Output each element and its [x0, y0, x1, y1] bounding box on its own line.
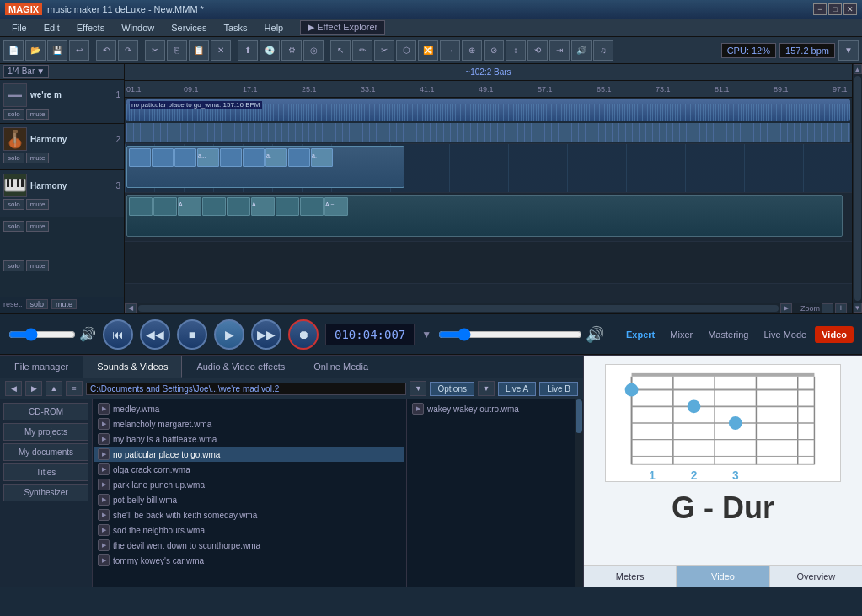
- save-button[interactable]: 💾: [47, 40, 67, 61]
- file-item-wakey[interactable]: ▶ wakey wakey outro.wma: [409, 401, 573, 416]
- global-mute-button[interactable]: mute: [51, 299, 77, 309]
- tool9[interactable]: ↕: [506, 40, 526, 61]
- menu-tasks[interactable]: Tasks: [215, 21, 255, 35]
- file-item-nopaticular[interactable]: ▶ no paticular place to go.wma: [94, 447, 404, 462]
- mixer-button[interactable]: Mixer: [663, 326, 699, 343]
- file-item-pot[interactable]: ▶ pot belly bill.wma: [94, 492, 404, 507]
- video-button[interactable]: Video: [677, 566, 769, 587]
- minimize-button[interactable]: −: [813, 3, 827, 15]
- track-2-solo[interactable]: solo: [3, 153, 24, 163]
- file-item-devil[interactable]: ▶ the devil went down to scunthorpe.wma: [94, 538, 404, 553]
- synthesizer-button[interactable]: Synthesizer: [3, 484, 88, 501]
- zoom-out-button[interactable]: −: [822, 303, 833, 313]
- file-item-olga[interactable]: ▶ olga crack corn.wma: [94, 462, 404, 477]
- tab-file-manager[interactable]: File manager: [0, 356, 83, 378]
- file-scroll-thumb[interactable]: [576, 399, 582, 433]
- file-item-melancholy[interactable]: ▶ melancholy margaret.wma: [94, 416, 404, 431]
- expert-mode-button[interactable]: Expert: [619, 326, 661, 343]
- rewind-button[interactable]: ⏮: [103, 319, 133, 350]
- file-item-park[interactable]: ▶ park lane punch up.wma: [94, 477, 404, 492]
- open-button[interactable]: 📂: [25, 40, 46, 61]
- paste-button[interactable]: 📋: [189, 40, 209, 61]
- track-1-mute[interactable]: mute: [26, 109, 50, 120]
- options-button[interactable]: Options: [430, 382, 474, 396]
- menu-edit[interactable]: Edit: [35, 21, 68, 35]
- burn-button[interactable]: 💿: [260, 40, 280, 61]
- track-4-mute[interactable]: mute: [26, 221, 50, 232]
- menu-effects[interactable]: Effects: [68, 21, 113, 35]
- restore-button[interactable]: □: [828, 3, 842, 15]
- track-3-mute[interactable]: mute: [26, 199, 50, 210]
- bpm-down-button[interactable]: ▼: [838, 40, 859, 61]
- file-item-medley[interactable]: ▶ medley.wma: [94, 401, 404, 416]
- tool7[interactable]: ⊕: [462, 40, 482, 61]
- next-button[interactable]: ▶▶: [251, 319, 281, 350]
- tool13[interactable]: ♫: [593, 40, 613, 61]
- my-projects-button[interactable]: My projects: [3, 423, 88, 441]
- close-button[interactable]: ✕: [843, 3, 857, 15]
- my-documents-button[interactable]: My documents: [3, 443, 88, 461]
- scroll-up-button[interactable]: ▲: [854, 64, 862, 74]
- titles-button[interactable]: Titles: [3, 463, 88, 481]
- hscroll-thumb[interactable]: [138, 305, 779, 312]
- track-5-solo[interactable]: solo: [3, 260, 24, 271]
- tab-audio-video-effects[interactable]: Audio & Video effects: [182, 356, 299, 378]
- cdrom-button[interactable]: CD-ROM: [3, 403, 88, 420]
- playback-slider[interactable]: [438, 328, 582, 341]
- tool8[interactable]: ⊘: [484, 40, 504, 61]
- redo-button[interactable]: ↷: [118, 40, 138, 61]
- volume-slider[interactable]: [8, 328, 76, 341]
- track-5-mute[interactable]: mute: [26, 260, 50, 271]
- h-scrollbar[interactable]: ◀ ▶ Zoom − +: [125, 303, 852, 313]
- track-4-solo[interactable]: solo: [3, 221, 24, 232]
- overview-button[interactable]: Overview: [770, 566, 862, 587]
- global-solo-button[interactable]: solo: [26, 299, 49, 309]
- mastering-button[interactable]: Mastering: [701, 326, 755, 343]
- new-button[interactable]: 📄: [3, 40, 24, 61]
- file-item-sod[interactable]: ▶ sod the neighbours.wma: [94, 522, 404, 538]
- stop-button[interactable]: ■: [177, 319, 207, 350]
- export-button[interactable]: ⬆: [238, 40, 258, 61]
- tool6[interactable]: →: [440, 40, 460, 61]
- v-scrollbar[interactable]: ▲ ▼: [852, 64, 862, 313]
- track-2-mute[interactable]: mute: [26, 153, 50, 163]
- live-b-button[interactable]: Live B: [539, 382, 578, 396]
- settings-button[interactable]: ⚙: [281, 40, 302, 61]
- tool2[interactable]: ✏: [352, 40, 372, 61]
- delete-button[interactable]: ✕: [211, 40, 231, 61]
- play-button[interactable]: ▶: [214, 319, 244, 350]
- undo-history-button[interactable]: ↩: [69, 40, 89, 61]
- video-mode-button[interactable]: Video: [815, 326, 854, 343]
- file-item-battleaxe[interactable]: ▶ my baby is a battleaxe.wma: [94, 431, 404, 447]
- path-dropdown-button[interactable]: ▼: [410, 381, 426, 396]
- file-item-shell[interactable]: ▶ she'll be back with keith someday.wma: [94, 507, 404, 522]
- tab-sounds-videos[interactable]: Sounds & Videos: [83, 356, 182, 378]
- file-list-scrollbar[interactable]: [575, 399, 583, 587]
- prev-button[interactable]: ◀◀: [140, 319, 170, 350]
- menu-window[interactable]: Window: [113, 21, 163, 35]
- scroll-right-button[interactable]: ▶: [780, 303, 792, 313]
- tool11[interactable]: ⇥: [549, 40, 570, 61]
- time-arrow[interactable]: ▼: [421, 329, 431, 340]
- zoom-in-button[interactable]: +: [835, 303, 847, 313]
- menu-services[interactable]: Services: [163, 21, 215, 35]
- record-button[interactable]: ⏺: [288, 319, 319, 350]
- scroll-left-button[interactable]: ◀: [125, 303, 137, 313]
- tool10[interactable]: ⟲: [527, 40, 548, 61]
- meters-button[interactable]: Meters: [584, 566, 677, 587]
- path-bar[interactable]: C:\Documents and Settings\Joe\...\we're …: [86, 383, 406, 395]
- tab-online-media[interactable]: Online Media: [299, 356, 383, 378]
- track-3-solo[interactable]: solo: [3, 199, 24, 210]
- track-1-solo[interactable]: solo: [3, 109, 24, 120]
- nav-up-button[interactable]: ▲: [46, 381, 62, 396]
- scroll-down-button[interactable]: ▼: [854, 303, 862, 313]
- tool12[interactable]: 🔊: [571, 40, 592, 61]
- nav-back-button[interactable]: ◀: [5, 381, 22, 396]
- menu-help[interactable]: Help: [256, 21, 292, 35]
- bar-selector[interactable]: 1/4 Bar ▼: [3, 65, 49, 78]
- live-a-button[interactable]: Live A: [498, 382, 536, 396]
- menu-file[interactable]: File: [3, 21, 35, 35]
- nav-menu-button[interactable]: ≡: [66, 381, 83, 396]
- tool4[interactable]: ⬡: [396, 40, 416, 61]
- tool5[interactable]: 🔀: [418, 40, 438, 61]
